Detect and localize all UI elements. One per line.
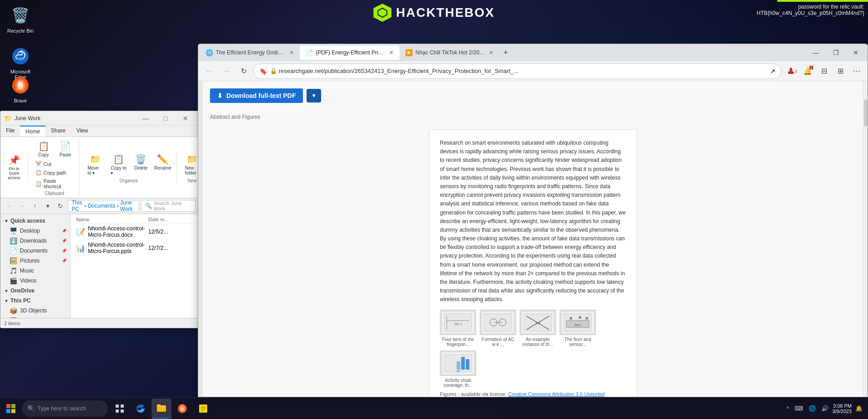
browser-forward-button: →: [219, 64, 234, 78]
taskbar-brave-icon[interactable]: B: [172, 399, 192, 419]
refresh-button[interactable]: ↻: [55, 200, 66, 211]
taskbar-file-explorer-icon[interactable]: [151, 399, 171, 419]
tab3-label: Nhạc Chill TikTok Hot 2/2023 – Nhữn...: [415, 49, 486, 56]
taskbar-time[interactable]: 3:08 PM 3/9/2023: [832, 403, 852, 414]
paste-button[interactable]: 📄 Paste: [55, 139, 75, 159]
browser-tab-2[interactable]: 📄 (PDF) Energy-Efficient Privacy Pro... …: [300, 45, 400, 60]
quick-access-header[interactable]: ▼ Quick access: [0, 216, 70, 226]
start-button[interactable]: [0, 398, 22, 419]
ribbon-tab-view[interactable]: View: [71, 126, 93, 136]
path-june-work[interactable]: June Work: [120, 200, 135, 212]
explorer-title: June Work: [15, 115, 136, 122]
explorer-maximize-button[interactable]: □: [156, 111, 176, 126]
sidebar-item-3d-objects[interactable]: 📦 3D Objects: [0, 306, 70, 316]
explorer-close-button[interactable]: ✕: [176, 111, 195, 126]
pdf-download-arrow-button[interactable]: ▼: [307, 89, 321, 102]
tab3-close[interactable]: ✕: [488, 49, 494, 56]
svg-rect-29: [6, 409, 10, 413]
url-text: researchgate.net/publication/265342413_E…: [279, 68, 519, 74]
pdf-download-label: Download full-text PDF: [226, 92, 296, 99]
address-path[interactable]: This PC › Documents › June Work: [68, 200, 139, 212]
svg-point-19: [570, 317, 572, 320]
explorer-minimize-button[interactable]: —: [136, 111, 156, 126]
sys-tray-chevron[interactable]: ^: [785, 399, 791, 419]
ribbon-tab-file[interactable]: File: [0, 126, 20, 136]
browser-winctrls: — ❐ ✕: [806, 44, 866, 61]
pdf-figures: Tier 1 Four tiers of the fingerprin...: [440, 310, 626, 388]
browser-notifications-btn[interactable]: 🔔 2: [800, 64, 815, 78]
this-pc-header[interactable]: ▼ This PC: [0, 296, 70, 306]
tab1-close[interactable]: ✕: [289, 49, 294, 56]
desktop-icon-recycle-bin[interactable]: 🗑️ Recycle Bin: [2, 3, 39, 35]
delete-button[interactable]: 🗑️ Delete: [131, 152, 151, 177]
browser-restore-button[interactable]: ❐: [826, 44, 846, 61]
taskbar-search[interactable]: 🔍: [22, 400, 108, 417]
paste-shortcut-button[interactable]: 📋 Paste shortcut: [34, 177, 75, 190]
up-button[interactable]: ↑: [29, 200, 40, 211]
browser-close-button[interactable]: ✕: [846, 44, 866, 61]
cut-icon: ✂️: [35, 161, 42, 167]
svg-text:Tier 1: Tier 1: [454, 322, 462, 326]
svg-point-21: [585, 317, 588, 320]
sys-tray-keyboard[interactable]: ⌨: [793, 399, 805, 419]
recent-button[interactable]: ▾: [42, 200, 53, 211]
path-this-pc[interactable]: This PC: [72, 200, 83, 212]
sidebar-item-pictures[interactable]: 🖼️ Pictures 📌: [0, 256, 70, 266]
notification-center[interactable]: 🔔: [853, 399, 864, 419]
move-to-button[interactable]: 📁 Move to ▾: [85, 152, 106, 177]
svg-rect-37: [199, 404, 207, 413]
recycle-bin-icon: 🗑️: [10, 5, 31, 26]
pdf-main: ⬇ Download full-text PDF ▼ Abstract and …: [203, 81, 863, 397]
browser-addressbar[interactable]: 🔖 🔒 researchgate.net/publication/2653424…: [254, 63, 781, 79]
search-input[interactable]: [38, 405, 102, 412]
browser-collections-btn[interactable]: ⊞: [833, 64, 848, 78]
browser-scrollbar[interactable]: [863, 81, 868, 397]
address-search[interactable]: 🔍 Search June Work: [141, 200, 195, 212]
sidebar-item-documents[interactable]: 📄 Documents 📌: [0, 246, 70, 256]
tab1-favicon: 🌐: [205, 49, 213, 56]
pdf-download-button[interactable]: ⬇ Download full-text PDF: [210, 88, 303, 103]
browser-sidebar-btn[interactable]: ⊟: [817, 64, 831, 78]
new-tab-button[interactable]: +: [499, 46, 512, 59]
taskbar-task-view[interactable]: [110, 399, 130, 419]
desktop-icon-brave[interactable]: B Brave: [2, 73, 39, 105]
taskbar-edge-icon[interactable]: [131, 399, 151, 419]
browser-tab-3[interactable]: ▶️ Nhạc Chill TikTok Hot 2/2023 – Nhữn..…: [400, 45, 499, 60]
bookmark-icon[interactable]: 🔖: [259, 68, 267, 75]
pin-to-quick-access-button[interactable]: 📌 Pin to Quickaccess: [4, 153, 24, 182]
svg-rect-30: [11, 409, 15, 413]
pdf-abstract-text: Research on smart environments saturated…: [440, 139, 626, 304]
copy-path-button[interactable]: 📋 Copy path: [34, 169, 75, 176]
sys-tray-volume[interactable]: 🔊: [819, 399, 830, 419]
browser-menu-btn[interactable]: ⋯: [849, 64, 864, 78]
browser-tab-1[interactable]: 🌐 The Efficient Energy GmbH Privacy an..…: [200, 45, 300, 60]
browser-minimize-button[interactable]: —: [806, 44, 826, 61]
sidebar-item-desktop[interactable]: 🖥️ Desktop 📌: [0, 226, 70, 236]
share-icon[interactable]: ↗: [770, 68, 775, 75]
svg-rect-31: [116, 404, 119, 408]
sidebar-item-downloads[interactable]: ⬇️ Downloads 📌: [0, 236, 70, 246]
license-link[interactable]: Creative Commons Attribution 3.0 Unporte…: [508, 391, 605, 397]
file-item-docx[interactable]: 📝 Nhom8-Access-control-Micro-Forcus.docx…: [73, 224, 197, 240]
copy-button[interactable]: 📋 Copy: [34, 139, 54, 159]
copy-to-button[interactable]: 📋 Copy to ▾: [108, 152, 129, 177]
clipboard-group-label: Clipboard: [45, 191, 64, 196]
taskbar-sticky-notes-icon[interactable]: [193, 399, 213, 419]
ribbon-tab-home[interactable]: Home: [20, 126, 45, 136]
sidebar-item-music[interactable]: 🎵 Music: [0, 266, 70, 276]
file-name-pptx: 📊 Nhom8-Access-control-Micro-Forcus.pptx: [76, 242, 148, 254]
sidebar-item-videos[interactable]: 🎬 Videos: [0, 276, 70, 286]
ribbon-group-pin: 📌 Pin to Quickaccess: [4, 153, 28, 182]
ribbon-tab-share[interactable]: Share: [45, 126, 71, 136]
new-folder-icon: 📁: [186, 154, 198, 165]
tab2-close[interactable]: ✕: [388, 49, 394, 56]
onedrive-header[interactable]: ▼ OneDrive: [0, 286, 70, 296]
scrollbar-thumb[interactable]: [864, 99, 868, 127]
cut-button[interactable]: ✂️ Cut: [34, 160, 75, 168]
browser-refresh-button[interactable]: ↻: [236, 64, 251, 78]
path-documents[interactable]: Documents: [88, 203, 115, 209]
browser-extensions-btn[interactable]: 2: [784, 64, 799, 78]
rename-button[interactable]: ✏️ Rename: [153, 152, 173, 177]
sys-tray-network[interactable]: 🌐: [807, 399, 818, 419]
file-item-pptx[interactable]: 📊 Nhom8-Access-control-Micro-Forcus.pptx…: [73, 240, 197, 256]
